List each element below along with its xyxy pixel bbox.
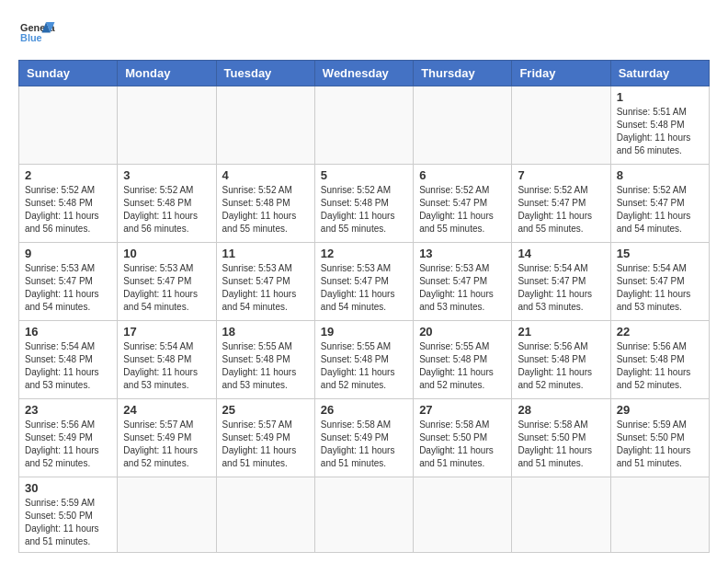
svg-text:Blue: Blue: [20, 32, 42, 43]
calendar-cell: 4Sunrise: 5:52 AM Sunset: 5:48 PM Daylig…: [216, 165, 314, 243]
calendar-cell: 20Sunrise: 5:55 AM Sunset: 5:48 PM Dayli…: [414, 321, 512, 399]
calendar-cell: 14Sunrise: 5:54 AM Sunset: 5:47 PM Dayli…: [512, 243, 610, 321]
calendar-cell: 23Sunrise: 5:56 AM Sunset: 5:49 PM Dayli…: [19, 399, 118, 477]
day-info: Sunrise: 5:53 AM Sunset: 5:47 PM Dayligh…: [321, 262, 407, 314]
day-info: Sunrise: 5:52 AM Sunset: 5:48 PM Dayligh…: [25, 184, 111, 236]
day-info: Sunrise: 5:57 AM Sunset: 5:49 PM Dayligh…: [123, 419, 210, 470]
day-number: 1: [617, 90, 703, 104]
calendar-cell: [512, 86, 610, 165]
day-info: Sunrise: 5:59 AM Sunset: 5:50 PM Dayligh…: [617, 419, 703, 470]
day-info: Sunrise: 5:52 AM Sunset: 5:48 PM Dayligh…: [321, 184, 407, 236]
calendar-cell: [118, 477, 216, 553]
logo: General Blue: [18, 18, 55, 51]
day-number: 14: [518, 247, 604, 260]
day-info: Sunrise: 5:56 AM Sunset: 5:48 PM Dayligh…: [617, 340, 703, 392]
calendar-cell: 22Sunrise: 5:56 AM Sunset: 5:48 PM Dayli…: [610, 321, 709, 399]
day-info: Sunrise: 5:53 AM Sunset: 5:47 PM Dayligh…: [419, 262, 506, 314]
day-number: 22: [617, 325, 703, 339]
day-info: Sunrise: 5:52 AM Sunset: 5:47 PM Dayligh…: [419, 184, 506, 236]
calendar-row-3: 9Sunrise: 5:53 AM Sunset: 5:47 PM Daylig…: [19, 243, 710, 321]
calendar-cell: [512, 477, 610, 553]
calendar-cell: 21Sunrise: 5:56 AM Sunset: 5:48 PM Dayli…: [512, 321, 610, 399]
calendar-cell: 25Sunrise: 5:57 AM Sunset: 5:49 PM Dayli…: [216, 399, 314, 477]
calendar-cell: 17Sunrise: 5:54 AM Sunset: 5:48 PM Dayli…: [118, 321, 216, 399]
calendar-cell: 1Sunrise: 5:51 AM Sunset: 5:48 PM Daylig…: [610, 86, 709, 165]
calendar-cell: 26Sunrise: 5:58 AM Sunset: 5:49 PM Dayli…: [314, 399, 413, 477]
day-number: 13: [419, 247, 506, 260]
calendar-row-4: 16Sunrise: 5:54 AM Sunset: 5:48 PM Dayli…: [19, 321, 710, 399]
day-number: 23: [25, 403, 111, 417]
day-number: 20: [419, 325, 506, 339]
weekday-header-sunday: Sunday: [19, 61, 118, 86]
calendar-cell: 29Sunrise: 5:59 AM Sunset: 5:50 PM Dayli…: [610, 399, 709, 477]
day-info: Sunrise: 5:52 AM Sunset: 5:47 PM Dayligh…: [617, 184, 703, 236]
day-info: Sunrise: 5:56 AM Sunset: 5:48 PM Dayligh…: [518, 340, 604, 392]
calendar-row-1: 1Sunrise: 5:51 AM Sunset: 5:48 PM Daylig…: [19, 86, 710, 165]
day-number: 15: [617, 247, 703, 260]
day-info: Sunrise: 5:53 AM Sunset: 5:47 PM Dayligh…: [123, 262, 210, 314]
weekday-header-thursday: Thursday: [414, 61, 512, 86]
calendar-cell: 27Sunrise: 5:58 AM Sunset: 5:50 PM Dayli…: [414, 399, 512, 477]
day-number: 27: [419, 403, 506, 417]
calendar-cell: [414, 86, 512, 165]
day-info: Sunrise: 5:56 AM Sunset: 5:49 PM Dayligh…: [25, 419, 111, 470]
calendar-cell: 13Sunrise: 5:53 AM Sunset: 5:47 PM Dayli…: [414, 243, 512, 321]
weekday-header-tuesday: Tuesday: [216, 61, 314, 86]
day-number: 19: [321, 325, 407, 339]
calendar-table: SundayMondayTuesdayWednesdayThursdayFrid…: [18, 60, 710, 553]
day-info: Sunrise: 5:55 AM Sunset: 5:48 PM Dayligh…: [321, 340, 407, 392]
calendar-cell: 15Sunrise: 5:54 AM Sunset: 5:47 PM Dayli…: [610, 243, 709, 321]
day-number: 4: [222, 168, 309, 182]
day-info: Sunrise: 5:58 AM Sunset: 5:50 PM Dayligh…: [419, 419, 506, 470]
weekday-header-monday: Monday: [118, 61, 216, 86]
day-info: Sunrise: 5:53 AM Sunset: 5:47 PM Dayligh…: [222, 262, 309, 314]
calendar-cell: [118, 86, 216, 165]
calendar-cell: [314, 477, 413, 553]
day-number: 21: [518, 325, 604, 339]
day-number: 28: [518, 403, 604, 417]
day-number: 8: [617, 168, 703, 182]
calendar-cell: 7Sunrise: 5:52 AM Sunset: 5:47 PM Daylig…: [512, 165, 610, 243]
day-number: 24: [123, 403, 210, 417]
calendar-cell: 10Sunrise: 5:53 AM Sunset: 5:47 PM Dayli…: [118, 243, 216, 321]
day-info: Sunrise: 5:58 AM Sunset: 5:50 PM Dayligh…: [518, 419, 604, 470]
calendar-cell: 30Sunrise: 5:59 AM Sunset: 5:50 PM Dayli…: [19, 477, 118, 553]
day-info: Sunrise: 5:55 AM Sunset: 5:48 PM Dayligh…: [419, 340, 506, 392]
calendar-row-5: 23Sunrise: 5:56 AM Sunset: 5:49 PM Dayli…: [19, 399, 710, 477]
day-number: 10: [123, 247, 210, 260]
calendar-cell: [19, 86, 118, 165]
calendar-cell: 18Sunrise: 5:55 AM Sunset: 5:48 PM Dayli…: [216, 321, 314, 399]
calendar-cell: 24Sunrise: 5:57 AM Sunset: 5:49 PM Dayli…: [118, 399, 216, 477]
calendar-cell: 11Sunrise: 5:53 AM Sunset: 5:47 PM Dayli…: [216, 243, 314, 321]
calendar-cell: 2Sunrise: 5:52 AM Sunset: 5:48 PM Daylig…: [19, 165, 118, 243]
calendar-row-2: 2Sunrise: 5:52 AM Sunset: 5:48 PM Daylig…: [19, 165, 710, 243]
day-info: Sunrise: 5:54 AM Sunset: 5:48 PM Dayligh…: [25, 340, 111, 392]
calendar-cell: [414, 477, 512, 553]
day-number: 11: [222, 247, 309, 260]
day-number: 5: [321, 168, 407, 182]
day-info: Sunrise: 5:59 AM Sunset: 5:50 PM Dayligh…: [25, 497, 111, 548]
logo-icon: General Blue: [18, 18, 55, 51]
day-number: 25: [222, 403, 309, 417]
calendar-cell: 19Sunrise: 5:55 AM Sunset: 5:48 PM Dayli…: [314, 321, 413, 399]
day-number: 17: [123, 325, 210, 339]
day-number: 30: [25, 481, 111, 495]
calendar-cell: [610, 477, 709, 553]
day-number: 18: [222, 325, 309, 339]
calendar-cell: 8Sunrise: 5:52 AM Sunset: 5:47 PM Daylig…: [610, 165, 709, 243]
day-info: Sunrise: 5:52 AM Sunset: 5:48 PM Dayligh…: [222, 184, 309, 236]
day-number: 26: [321, 403, 407, 417]
day-info: Sunrise: 5:52 AM Sunset: 5:48 PM Dayligh…: [123, 184, 210, 236]
weekday-header-saturday: Saturday: [610, 61, 709, 86]
day-info: Sunrise: 5:51 AM Sunset: 5:48 PM Dayligh…: [617, 106, 703, 157]
calendar-row-6: 30Sunrise: 5:59 AM Sunset: 5:50 PM Dayli…: [19, 477, 710, 553]
day-info: Sunrise: 5:54 AM Sunset: 5:47 PM Dayligh…: [518, 262, 604, 314]
calendar-cell: [216, 477, 314, 553]
day-info: Sunrise: 5:54 AM Sunset: 5:47 PM Dayligh…: [617, 262, 703, 314]
calendar-cell: 5Sunrise: 5:52 AM Sunset: 5:48 PM Daylig…: [314, 165, 413, 243]
day-number: 2: [25, 168, 111, 182]
weekday-header-friday: Friday: [512, 61, 610, 86]
day-number: 7: [518, 168, 604, 182]
calendar-cell: 16Sunrise: 5:54 AM Sunset: 5:48 PM Dayli…: [19, 321, 118, 399]
calendar-cell: [216, 86, 314, 165]
